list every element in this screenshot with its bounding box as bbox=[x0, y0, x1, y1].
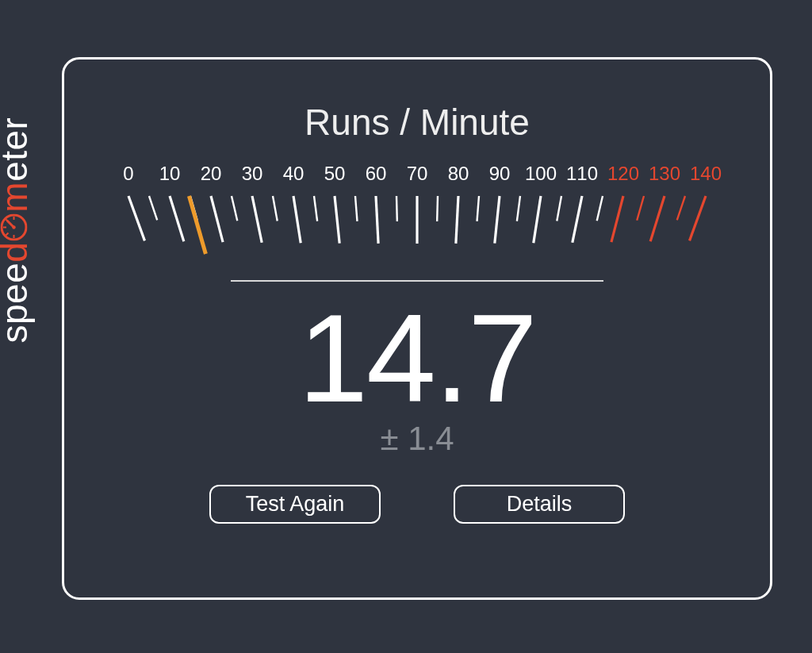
svg-text:70: 70 bbox=[407, 163, 428, 184]
svg-text:50: 50 bbox=[324, 163, 346, 184]
svg-line-43 bbox=[355, 196, 357, 221]
logo-text: m bbox=[0, 182, 35, 213]
svg-line-46 bbox=[477, 196, 479, 221]
svg-text:110: 110 bbox=[566, 163, 598, 184]
svg-text:10: 10 bbox=[159, 163, 181, 184]
svg-line-9 bbox=[128, 196, 144, 240]
svg-line-35 bbox=[650, 196, 665, 241]
svg-line-42 bbox=[314, 196, 317, 221]
details-button[interactable]: Details bbox=[454, 485, 625, 524]
svg-text:90: 90 bbox=[489, 163, 511, 184]
svg-line-2 bbox=[6, 233, 9, 236]
speedometer-logo: speedmeter bbox=[0, 117, 36, 344]
svg-line-13 bbox=[211, 196, 223, 242]
result-panel: Runs / Minute 01020304050607080901001101… bbox=[62, 57, 772, 600]
svg-line-33 bbox=[611, 196, 623, 242]
svg-text:100: 100 bbox=[525, 163, 557, 184]
svg-text:0: 0 bbox=[123, 163, 133, 184]
svg-line-37 bbox=[690, 196, 706, 240]
svg-line-31 bbox=[573, 196, 582, 243]
svg-line-49 bbox=[597, 196, 603, 221]
svg-text:60: 60 bbox=[366, 163, 387, 184]
svg-line-38 bbox=[149, 196, 157, 220]
logo-text: d bbox=[0, 242, 35, 263]
svg-line-48 bbox=[557, 196, 561, 221]
svg-line-21 bbox=[376, 196, 378, 244]
svg-text:20: 20 bbox=[201, 163, 222, 184]
svg-text:130: 130 bbox=[649, 163, 680, 184]
speedometer-gauge: 0102030405060708090100110120130140 bbox=[100, 158, 734, 269]
svg-line-52 bbox=[189, 196, 205, 254]
test-again-button[interactable]: Test Again bbox=[209, 485, 381, 524]
svg-line-19 bbox=[335, 196, 339, 244]
svg-line-51 bbox=[677, 196, 685, 220]
svg-line-27 bbox=[495, 196, 500, 244]
svg-line-11 bbox=[170, 196, 184, 241]
logo-text: eter bbox=[0, 117, 35, 182]
svg-text:120: 120 bbox=[607, 163, 639, 184]
svg-line-17 bbox=[293, 196, 301, 243]
svg-line-45 bbox=[437, 196, 438, 221]
svg-line-29 bbox=[534, 196, 541, 243]
svg-text:30: 30 bbox=[242, 163, 263, 184]
gauge-icon bbox=[0, 214, 36, 241]
svg-line-25 bbox=[456, 196, 458, 244]
metric-title: Runs / Minute bbox=[64, 101, 770, 144]
logo-text: spee bbox=[0, 263, 35, 344]
svg-line-15 bbox=[252, 196, 262, 243]
error-margin: ± 1.4 bbox=[64, 420, 770, 458]
action-buttons: Test Again Details bbox=[64, 485, 770, 524]
svg-line-40 bbox=[232, 196, 237, 221]
svg-line-41 bbox=[273, 196, 278, 221]
svg-text:140: 140 bbox=[690, 163, 722, 184]
divider bbox=[231, 280, 603, 282]
svg-text:80: 80 bbox=[448, 163, 469, 184]
svg-line-50 bbox=[637, 196, 644, 221]
score-value: 14.7 bbox=[64, 293, 770, 424]
svg-text:40: 40 bbox=[283, 163, 304, 184]
svg-line-47 bbox=[517, 196, 520, 221]
svg-line-44 bbox=[396, 196, 397, 221]
svg-point-7 bbox=[12, 225, 15, 229]
